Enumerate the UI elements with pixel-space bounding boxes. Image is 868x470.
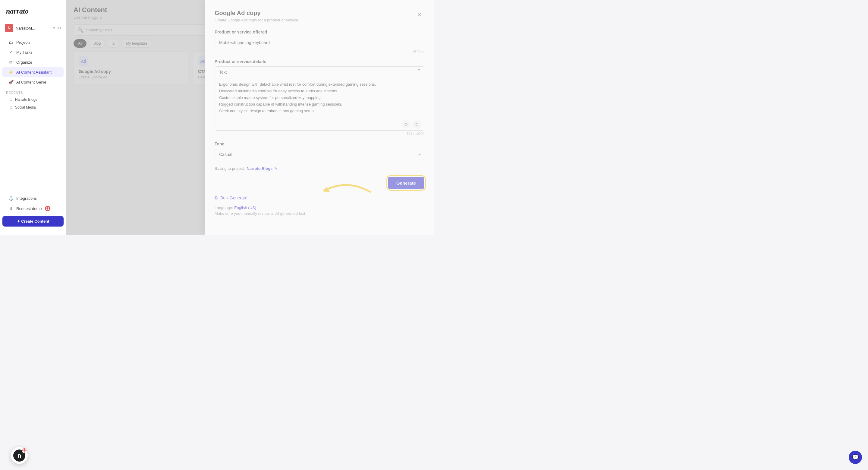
clock-icon: ⏱ [10, 106, 13, 109]
main-content: AI Content Use the magic o 🔍 All Blog S … [66, 0, 434, 235]
modal-close-button[interactable]: × [415, 10, 424, 19]
details-type-select[interactable]: Text [219, 68, 418, 76]
details-label: Product or service details [215, 59, 424, 64]
generate-button[interactable]: Generate [388, 177, 424, 189]
sidebar-item-narrato-blogs[interactable]: ⏱ Narrato Blogs [0, 96, 66, 104]
sidebar-nav: 🗂 Projects ✓ My Tasks ⚙ Organize ⚡ AI Co… [0, 37, 66, 189]
logo-text: narrato [6, 7, 29, 16]
chevron-down-icon: ▾ [418, 68, 420, 72]
rocket-icon: 🚀 [8, 80, 13, 85]
product-input[interactable] [215, 37, 424, 48]
sidebar-item-social-media[interactable]: ⏱ Social Media [0, 104, 66, 111]
footer-note: Make sure you manually review all AI gen… [215, 211, 424, 216]
generate-row: Generate [215, 177, 424, 189]
modal-overlay: Google Ad copy Create Google Ads copy fo… [66, 0, 434, 235]
sidebar-item-label: Projects [16, 40, 30, 45]
sidebar-item-label: AI Content Assistant [16, 70, 52, 75]
chevron-down-icon: ▾ [53, 26, 55, 30]
bulk-generate[interactable]: ⧉ Bulk Generate [215, 195, 424, 201]
edit-icon[interactable]: ✎ [274, 167, 277, 171]
modal-title-group: Google Ad copy Create Google Ads copy fo… [215, 10, 298, 22]
projects-icon: 🗂 [8, 40, 13, 45]
monitor-icon: 🖥 [8, 206, 13, 211]
sidebar-logo: narrato [0, 5, 66, 22]
sidebar-item-integrations[interactable]: ⚓ Integrations [2, 194, 64, 203]
gear-icon[interactable]: ⚙ [57, 26, 61, 30]
sidebar-sub-label: Narrato Blogs [15, 97, 37, 102]
sidebar-item-label: My Tasks [16, 50, 33, 55]
product-char-count: 24 / 150 [215, 50, 424, 53]
bulk-generate-link[interactable]: Bulk Generate [220, 196, 247, 200]
language-label: Language: [215, 205, 233, 210]
sidebar-item-projects[interactable]: 🗂 Projects [2, 37, 64, 47]
saving-label: Saving to project: [215, 166, 245, 171]
modal-title: Google Ad copy [215, 10, 298, 17]
sidebar-sub-label: Social Media [15, 105, 36, 110]
tone-field-group: Tone Casual Formal Friendly Professional… [215, 142, 424, 160]
svg-marker-0 [322, 187, 330, 193]
details-field-group: Product or service details Text ▾ Ergono… [215, 59, 424, 136]
organize-icon: ⚙ [8, 60, 13, 64]
sidebar-bottom: ⚓ Integrations 🖥 Request demo 21 ✦ Creat… [0, 189, 66, 230]
anchor-icon: ⚓ [8, 196, 13, 201]
sidebar-item-label: AI Content Genie [16, 80, 46, 85]
modal-footer: Language: English (US) Make sure you man… [215, 205, 424, 216]
recents-label: Recents [0, 87, 66, 96]
product-label: Product or service offered [215, 30, 424, 34]
details-textarea-wrapper: Ergonomic design with detachable wrist r… [215, 78, 424, 130]
language-link[interactable]: English (US) [234, 205, 256, 210]
sidebar-item-my-tasks[interactable]: ✓ My Tasks [2, 47, 64, 57]
saving-project: Saving to project: Narrato Blogs ✎ [215, 166, 424, 171]
avatar: N [5, 24, 13, 32]
copy-icon: ⧉ [215, 195, 218, 201]
refresh-icon[interactable]: ↻ [412, 120, 421, 128]
saving-project-link[interactable]: Narrato Blogs [247, 166, 273, 171]
sidebar-item-label: Request demo [16, 206, 42, 211]
sidebar-item-ai-content-assistant[interactable]: ⚡ AI Content Assistant [2, 67, 64, 77]
tasks-icon: ✓ [8, 50, 13, 55]
sidebar: narrato N NarratoM... ▾ ⚙ 🗂 Projects ✓ M… [0, 0, 66, 235]
lightning-icon: ⚡ [8, 70, 13, 75]
modal-header: Google Ad copy Create Google Ads copy fo… [215, 10, 424, 22]
clock-icon: ⏱ [10, 98, 13, 101]
textarea-toolbar: ⚙ ↻ [215, 118, 424, 130]
modal-panel: Google Ad copy Create Google Ads copy fo… [205, 0, 434, 235]
create-content-button[interactable]: ✦ Create Content [2, 216, 64, 227]
settings-icon[interactable]: ⚙ [402, 120, 410, 128]
sidebar-user[interactable]: N NarratoM... ▾ ⚙ [0, 22, 66, 35]
tone-label: Tone [215, 142, 424, 146]
tone-select[interactable]: Casual Formal Friendly Professional Witt… [215, 149, 424, 160]
notification-badge: 21 [45, 206, 50, 211]
details-textarea[interactable]: Ergonomic design with detachable wrist r… [215, 78, 424, 117]
sidebar-item-request-demo[interactable]: 🖥 Request demo 21 [2, 203, 64, 213]
sidebar-item-ai-content-genie[interactable]: 🚀 AI Content Genie [2, 77, 64, 87]
modal-subtitle: Create Google Ads copy for a product or … [215, 18, 298, 22]
details-char-count: 591 / 10000 [215, 132, 424, 136]
footer-language-row: Language: English (US) [215, 205, 424, 210]
user-name: NarratoM... [16, 26, 51, 30]
product-field-group: Product or service offered 24 / 150 [215, 30, 424, 53]
sidebar-item-label: Organize [16, 60, 32, 64]
sidebar-item-organize[interactable]: ⚙ Organize [2, 57, 64, 67]
sidebar-item-label: Integrations [16, 196, 37, 201]
tone-select-wrapper: Casual Formal Friendly Professional Witt… [215, 149, 424, 160]
